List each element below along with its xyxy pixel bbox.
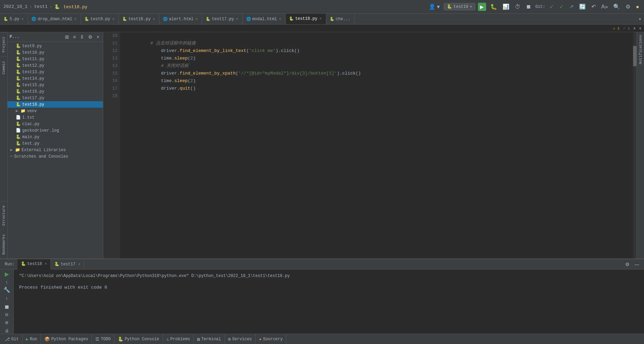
main-area: Project Commit Structure Bookmarks P... … bbox=[0, 32, 644, 259]
run-button[interactable]: ▶ bbox=[478, 3, 486, 11]
status-sourcery[interactable]: ✦ Sourcery bbox=[256, 334, 286, 344]
settings-button[interactable]: ⚙ bbox=[624, 3, 632, 11]
tree-item-test9[interactable]: 🐍 test9.py bbox=[8, 43, 103, 49]
sidebar-tab-structure[interactable]: Structure bbox=[1, 201, 7, 230]
editor-scrollbar[interactable] bbox=[633, 32, 636, 259]
search-button[interactable]: 🔍 bbox=[612, 3, 621, 11]
tab-close-5py[interactable]: × bbox=[21, 17, 25, 21]
tab-che[interactable]: 🐍 che... bbox=[326, 14, 354, 25]
debug-button[interactable]: 🐛 bbox=[489, 3, 498, 11]
tree-item-clac[interactable]: 🐍 clac.py bbox=[8, 121, 103, 127]
profile-run-button[interactable]: ⏱ bbox=[513, 3, 522, 11]
tab-close-alert[interactable]: × bbox=[195, 17, 199, 21]
git-update-button[interactable]: 🔄 bbox=[578, 3, 587, 11]
tab-test17py[interactable]: 🐍 test17.py × bbox=[202, 14, 243, 25]
git-merge-button[interactable]: ✓ bbox=[558, 3, 565, 11]
tab-dropdown-html[interactable]: 🌐 drop_down.html × bbox=[28, 14, 81, 25]
breadcrumb-part1[interactable]: 2022_10_1 bbox=[3, 4, 27, 9]
status-git[interactable]: ⎇ Git bbox=[1, 334, 23, 344]
notifications-label[interactable]: Notifications bbox=[639, 32, 643, 67]
tab-test8py[interactable]: 🐍 test8.py × bbox=[81, 14, 119, 25]
translate-button[interactable]: A» bbox=[600, 3, 609, 11]
project-toolbar-close[interactable]: × bbox=[95, 34, 101, 40]
run-tab-close-test18[interactable]: × bbox=[45, 262, 47, 266]
tree-item-test16[interactable]: 🐍 test16.py bbox=[8, 88, 103, 95]
text-file-icon: 📄 bbox=[16, 115, 21, 120]
run-minimize-button[interactable]: — bbox=[633, 261, 641, 268]
undo-button[interactable]: ↶ bbox=[590, 3, 597, 11]
tree-item-test15[interactable]: 🐍 test15.py bbox=[8, 82, 103, 88]
status-todo[interactable]: ☰ TODO bbox=[92, 334, 114, 344]
git-push-button[interactable]: ↗ bbox=[568, 3, 575, 11]
tree-item-test[interactable]: 🐍 test.py bbox=[8, 140, 103, 147]
project-toolbar-settings[interactable]: ⚙ bbox=[87, 34, 94, 40]
status-python-packages[interactable]: 📦 Python Packages bbox=[41, 334, 92, 344]
run-tabs: Run: 🐍 test18 × 🐍 test17 × ⚙ — bbox=[0, 259, 644, 269]
run-layout2-button[interactable]: ⊞ bbox=[2, 319, 12, 326]
run-print-button[interactable]: 🖨 bbox=[2, 327, 12, 334]
tree-item-geckodriver[interactable]: 📄 geckodriver.log bbox=[8, 127, 103, 134]
code-line-16: driver.quit() bbox=[124, 77, 630, 85]
warning-count: 1 bbox=[617, 26, 620, 30]
run-tab-test17[interactable]: 🐍 test17 × bbox=[51, 259, 84, 269]
tree-expand-arrow[interactable]: ▶ bbox=[16, 108, 20, 114]
status-run[interactable]: ▶ Run bbox=[23, 334, 41, 344]
tab-close-test16[interactable]: × bbox=[152, 17, 156, 21]
tab-test18py[interactable]: 🐍 test18.py × bbox=[286, 14, 326, 25]
run-scroll-up-button[interactable]: ↑ bbox=[2, 279, 12, 285]
avatar-button[interactable]: ● bbox=[634, 3, 641, 11]
run-stop-button[interactable]: ⏹ bbox=[2, 304, 12, 310]
sidebar-tab-project[interactable]: Project bbox=[1, 32, 7, 56]
status-python-console[interactable]: 🐍 Python Console bbox=[114, 334, 163, 344]
status-problems[interactable]: ⚠ Problems bbox=[163, 334, 194, 344]
run-tab-test18[interactable]: 🐍 test18 × bbox=[17, 259, 51, 269]
tree-item-scratches[interactable]: ✂ Scratches and Consoles bbox=[8, 153, 103, 160]
branch-selector[interactable]: 🐍 test18 ▾ bbox=[444, 3, 475, 10]
scrollbar-thumb[interactable] bbox=[633, 46, 636, 66]
tree-item-test12[interactable]: 🐍 test12.py bbox=[8, 62, 103, 69]
collapse-issues-button[interactable]: ∨ bbox=[639, 26, 641, 30]
tree-item-main[interactable]: 🐍 main.py bbox=[8, 134, 103, 140]
profile-button[interactable]: 👤 ▾ bbox=[427, 3, 441, 11]
tab-alert-html[interactable]: 🌐 alert.html × bbox=[160, 14, 203, 25]
run-result: Process finished with exit code 0 bbox=[19, 284, 639, 291]
tab-modal-html[interactable]: 🌐 modal.html × bbox=[243, 14, 286, 25]
project-toolbar-layout[interactable]: ⊞ bbox=[64, 34, 70, 40]
tree-item-test14[interactable]: 🐍 test14.py bbox=[8, 75, 103, 82]
project-toolbar-expand[interactable]: ⇕ bbox=[79, 34, 85, 40]
run-tab-close-test17[interactable]: × bbox=[78, 262, 81, 266]
sidebar-tab-bookmarks[interactable]: Bookmarks bbox=[1, 230, 7, 259]
tree-item-test17[interactable]: 🐍 test17.py bbox=[8, 95, 103, 101]
tab-close-modal[interactable]: × bbox=[278, 17, 282, 21]
tree-item-test10[interactable]: 🐍 test10.py bbox=[8, 49, 103, 56]
tree-item-venv[interactable]: ▶ 📁 venv bbox=[8, 108, 103, 114]
tree-item-test18[interactable]: 🐍 test18.py bbox=[8, 101, 103, 108]
run-settings-button[interactable]: ⚙ bbox=[624, 261, 631, 268]
expand-arrow[interactable]: ▶ bbox=[10, 147, 15, 153]
run-layout-button[interactable]: ⊟ bbox=[2, 312, 12, 318]
stop-button[interactable]: ⏹ bbox=[524, 3, 533, 11]
tree-item-test11[interactable]: 🐍 test11.py bbox=[8, 56, 103, 62]
breadcrumb-part2[interactable]: test1 bbox=[34, 4, 47, 9]
sidebar-tab-commit[interactable]: Commit bbox=[1, 56, 7, 79]
status-terminal[interactable]: ▤ Terminal bbox=[194, 334, 224, 344]
tree-item-1txt[interactable]: 📄 1.txt bbox=[8, 114, 103, 121]
tab-close-test17[interactable]: × bbox=[235, 17, 239, 21]
run-wrench-button[interactable]: 🔧 bbox=[2, 287, 12, 293]
run-play-button[interactable]: ▶ bbox=[2, 271, 12, 277]
expand-issues-button[interactable]: ∧ bbox=[633, 26, 636, 30]
tree-item-test13[interactable]: 🐍 test13.py bbox=[8, 69, 103, 75]
project-toolbar-sort[interactable]: ≡ bbox=[72, 34, 77, 40]
tab-overflow-button[interactable]: ▾ bbox=[636, 16, 644, 22]
code-editor[interactable]: # 点击对话框中的链接 driver.find_element_by_link_… bbox=[120, 32, 633, 259]
status-services[interactable]: ⚙ Services bbox=[225, 334, 256, 344]
tab-close-test8[interactable]: × bbox=[111, 17, 115, 21]
git-check-button[interactable]: ✓ bbox=[548, 3, 555, 11]
run-scroll-down-button[interactable]: ↓ bbox=[2, 294, 12, 301]
tab-close-test18[interactable]: × bbox=[319, 17, 323, 21]
tree-item-external-libraries[interactable]: ▶ 📁 External Libraries bbox=[8, 147, 103, 153]
tab-close-dropdown[interactable]: × bbox=[73, 17, 77, 21]
tab-test16py[interactable]: 🐍 test16.py × bbox=[119, 14, 159, 25]
coverage-button[interactable]: 📊 bbox=[501, 3, 511, 11]
tab-5py[interactable]: 🐍 5.py × bbox=[0, 14, 28, 25]
